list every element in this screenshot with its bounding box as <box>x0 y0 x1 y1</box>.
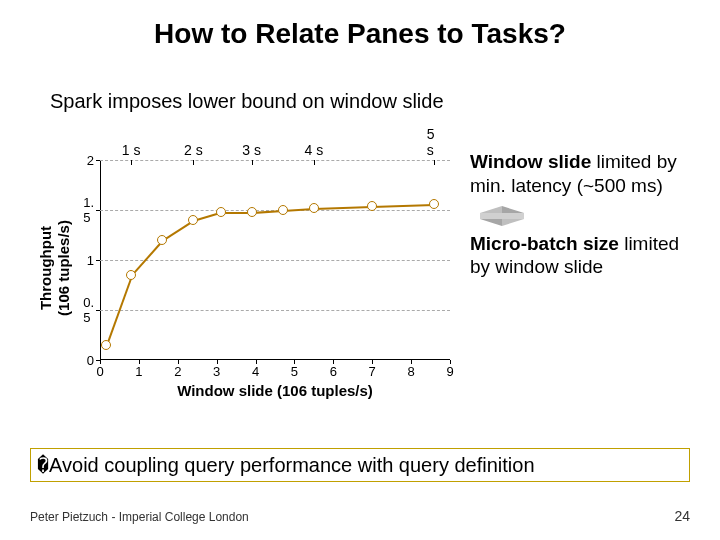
x-tick-mark <box>178 360 179 364</box>
page-number: 24 <box>674 508 690 524</box>
data-marker <box>429 199 439 209</box>
data-marker <box>309 203 319 213</box>
top-axis-tick <box>434 160 435 165</box>
x-tick-mark <box>256 360 257 364</box>
gridline <box>100 260 450 261</box>
data-marker <box>126 270 136 280</box>
data-marker <box>188 215 198 225</box>
series-segment <box>314 206 372 209</box>
double-arrow-icon <box>480 206 524 226</box>
plot: Window slide (106 tuples/s) 00. 511. 520… <box>100 160 450 360</box>
data-marker <box>278 205 288 215</box>
gridline <box>100 160 450 161</box>
svg-marker-2 <box>480 219 502 226</box>
top-axis-tick <box>131 160 132 165</box>
x-tick-mark <box>333 360 334 364</box>
gridline <box>100 310 450 311</box>
top-axis-label: 1 s <box>122 142 141 160</box>
subtitle: Spark imposes lower bound on window slid… <box>0 50 720 113</box>
y-tick-mark <box>96 210 100 211</box>
top-axis-tick <box>314 160 315 165</box>
top-axis-tick <box>193 160 194 165</box>
y-tick-mark <box>96 310 100 311</box>
x-axis <box>100 359 450 360</box>
x-tick-mark <box>411 360 412 364</box>
series-segment <box>372 204 434 207</box>
x-tick-mark <box>450 360 451 364</box>
svg-marker-0 <box>480 206 502 213</box>
data-marker <box>367 201 377 211</box>
note-window-slide: Window slide limited by min. latency (~5… <box>470 150 690 198</box>
data-marker <box>157 235 167 245</box>
bullet-glyph: � <box>37 453 49 477</box>
svg-marker-1 <box>502 206 524 213</box>
x-tick-mark <box>139 360 140 364</box>
x-axis-label: Window slide (106 tuples/s) <box>100 382 450 399</box>
x-tick-mark <box>217 360 218 364</box>
top-axis-label: 4 s <box>305 142 324 160</box>
top-axis-tick <box>252 160 253 165</box>
top-axis-label: 3 s <box>242 142 261 160</box>
svg-rect-4 <box>480 213 524 219</box>
svg-marker-3 <box>502 219 524 226</box>
x-tick-mark <box>372 360 373 364</box>
top-axis-label: 2 s <box>184 142 203 160</box>
side-notes: Window slide limited by min. latency (~5… <box>470 150 690 287</box>
data-marker <box>101 340 111 350</box>
x-tick-mark <box>100 360 101 364</box>
y-axis-label: Throughput(106 tuples/s) <box>37 193 73 343</box>
series-segment <box>131 240 163 276</box>
data-marker <box>216 207 226 217</box>
footer-author: Peter Pietzuch - Imperial College London <box>30 510 249 524</box>
top-axis-label: 5 s <box>427 126 443 160</box>
y-tick-mark <box>96 260 100 261</box>
note-micro-batch: Micro-batch size limited by window slide <box>470 232 690 280</box>
page-title: How to Relate Panes to Tasks? <box>0 0 720 50</box>
callout-box: �Avoid coupling query performance with q… <box>30 448 690 482</box>
callout-text: Avoid coupling query performance with qu… <box>49 454 534 476</box>
x-tick-mark <box>294 360 295 364</box>
data-marker <box>247 207 257 217</box>
y-tick-mark <box>96 160 100 161</box>
chart-area: Throughput(106 tuples/s) Window slide (1… <box>10 150 710 410</box>
